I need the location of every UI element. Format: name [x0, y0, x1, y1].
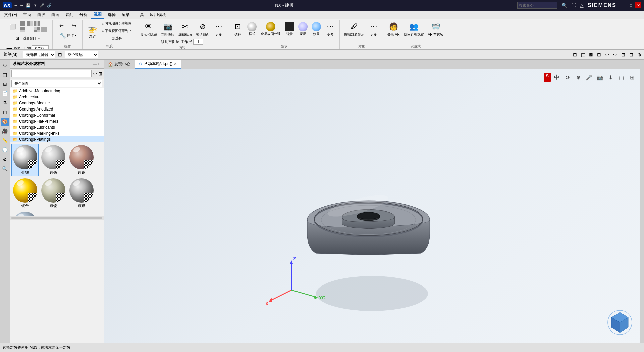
cmd-icon-4[interactable]: ⊞: [596, 51, 602, 58]
mat-thumb-dixin2[interactable]: 镀锌: [11, 210, 39, 216]
tree-item-coatings-lubricants[interactable]: 📁 Coatings-Lubricants: [10, 124, 104, 130]
menu-analysis[interactable]: 分析: [77, 11, 90, 18]
cmd-icon-3[interactable]: ⊠: [588, 51, 594, 58]
search-grid-btn[interactable]: ⊞: [98, 71, 102, 76]
layout-5-btn[interactable]: [26, 27, 33, 33]
menu-apps[interactable]: 应用模块: [147, 11, 169, 18]
mic-btn[interactable]: 🎤: [40, 3, 44, 8]
sidebar-icon-extra[interactable]: ⋯: [1, 174, 9, 182]
tree-item-coatings-anodized[interactable]: 📁 Coatings-Anodized: [10, 106, 104, 112]
more-content-btn[interactable]: ⋯ 更多: [212, 20, 226, 38]
cmd-icon-2[interactable]: ◫: [580, 51, 586, 58]
new-window-btn[interactable]: ⬜: [7, 21, 19, 32]
background-btn[interactable]: 背景: [283, 21, 296, 37]
sidebar-icon-layer[interactable]: ⊡: [1, 108, 9, 116]
cmd-icon-8[interactable]: ⊟: [628, 51, 635, 58]
layout-2-btn[interactable]: [26, 20, 33, 26]
extra-btn[interactable]: ▼: [33, 3, 37, 7]
tree-item-coatings-markinginks[interactable]: 📁 Coatings-Marking-Inks: [10, 130, 104, 136]
tree-item-architectural[interactable]: 📁 Architectural: [10, 94, 104, 100]
sidebar-icon-cam[interactable]: 🎥: [1, 127, 9, 135]
menu-cmd-btn[interactable]: 菜单(M): [1, 51, 19, 58]
layout-1-btn[interactable]: [19, 20, 26, 26]
sidebar-icon-history[interactable]: 🕐: [1, 146, 9, 154]
fly-btn[interactable]: 🚁 漫游: [85, 22, 99, 40]
mat-thumb-dixin[interactable]: 镀锡: [11, 144, 39, 176]
menu-tools[interactable]: 工具: [133, 11, 147, 18]
vr-options-btn[interactable]: 🥽 VR 首选项: [426, 20, 445, 38]
more-display-btn[interactable]: ⋯ 更多: [323, 20, 337, 38]
effects-btn[interactable]: 效果: [310, 21, 323, 37]
cmd-icon-5[interactable]: ↩: [604, 51, 610, 58]
filter-icon[interactable]: ⊡: [57, 51, 63, 58]
tree-item-coatings-flatprimer[interactable]: 📁 Coatings-Flat-Primers: [10, 118, 104, 124]
tree-item-coatings-alodine[interactable]: 📁 Coatings-Alodine: [10, 100, 104, 106]
layout-7-btn[interactable]: [41, 27, 47, 33]
select-display-btn[interactable]: ⊡ 选框: [231, 20, 245, 38]
undo-btn[interactable]: ↩: [14, 3, 17, 8]
menu-curve[interactable]: 曲线: [35, 11, 48, 18]
menu-file[interactable]: 文件(F): [1, 11, 20, 18]
snapshot-btn[interactable]: 📷 立即快照: [159, 20, 176, 38]
cube-navigator[interactable]: [606, 309, 633, 336]
layer-input[interactable]: [193, 39, 203, 45]
op-dropdown[interactable]: ▼: [74, 34, 77, 37]
restore-view-btn[interactable]: ↩ 平复视图还原到上: [100, 28, 133, 34]
search-clear-btn[interactable]: ↩: [93, 71, 97, 76]
sidebar-icon-model[interactable]: ◫: [1, 71, 9, 79]
tab-model-close[interactable]: ✕: [174, 62, 177, 67]
full-surface-btn[interactable]: 全局表面处理: [259, 21, 282, 37]
sidebar-icon-settings[interactable]: ⚙: [1, 155, 9, 163]
materials-search-input[interactable]: [11, 70, 92, 77]
fit-dropdown[interactable]: ▼: [38, 37, 40, 40]
move-btn[interactable]: ⟵ 移平: [3, 43, 22, 50]
panel-scrollbar[interactable]: [10, 216, 104, 220]
edit-obj-btn[interactable]: 🖊 编辑对象显示: [342, 20, 366, 38]
tree-item-coatings-platings[interactable]: 📂 Coatings-Platings: [10, 136, 104, 142]
layer-overlay-btn[interactable]: 蒙层: [297, 21, 309, 37]
menu-surface[interactable]: 曲面: [49, 11, 62, 18]
mat-thumb-dinie[interactable]: 镀镍: [40, 177, 67, 210]
cmd-icon-6[interactable]: ↪: [612, 51, 619, 58]
close-btn[interactable]: ✕: [635, 2, 641, 8]
scale-input[interactable]: [32, 45, 49, 50]
sidebar-icon-home[interactable]: ⊙: [1, 61, 9, 69]
style-btn[interactable]: 样式: [246, 21, 258, 37]
save-btn[interactable]: 💾: [26, 3, 31, 8]
layout-6-btn[interactable]: [34, 27, 40, 33]
display-hide-btn[interactable]: 👁 显示和隐藏: [139, 20, 159, 38]
category-select[interactable]: 整个装配: [11, 80, 102, 87]
layout-3-btn[interactable]: [34, 20, 40, 26]
mat-thumb-dijin[interactable]: 镀金: [11, 177, 39, 210]
op-main-btn[interactable]: 🔧 操作 ▼: [57, 30, 78, 40]
minimize-btn[interactable]: —: [621, 2, 627, 8]
sidebar-icon-assem[interactable]: ⊞: [1, 80, 9, 88]
cmd-icon-1[interactable]: ⊡: [572, 51, 578, 58]
search-icon[interactable]: 🔍: [561, 3, 567, 8]
sidebar-icon-material[interactable]: 🎨: [1, 118, 9, 126]
collab-vr-btn[interactable]: 👥 协同近视观察: [402, 20, 426, 38]
main-view-btn[interactable]: ⊙ 将视图设为主视图: [100, 20, 133, 27]
search-input[interactable]: [517, 2, 557, 9]
panel-maximize-btn[interactable]: □: [99, 62, 101, 67]
menu-render[interactable]: 渲染: [119, 11, 132, 18]
tree-item-additive[interactable]: 📁 Additive-Manufacturing: [10, 88, 104, 94]
help-icon[interactable]: △: [580, 3, 584, 8]
redo-btn[interactable]: ↪: [20, 3, 23, 8]
fit-window-btn[interactable]: ⊡ 适合窗口 ▼: [12, 33, 42, 43]
tab-model[interactable]: ⚙ 从动车轮组.prt() ✕: [135, 60, 181, 69]
sidebar-icon-search[interactable]: 🔍: [1, 165, 9, 173]
maximize-btn[interactable]: □: [628, 2, 634, 8]
cmd-icon-7[interactable]: ⊡: [620, 51, 627, 58]
mat-thumb-diyin[interactable]: 镀银: [68, 177, 95, 210]
redo-tb-btn[interactable]: ↪: [68, 20, 80, 30]
menu-view[interactable]: 视图: [91, 11, 104, 19]
clip-section-btn[interactable]: ⊘ 剪切截面: [194, 20, 211, 38]
login-vr-btn[interactable]: 🧑 登录 VR: [386, 20, 401, 38]
menu-home[interactable]: 主页: [20, 11, 34, 18]
sidebar-icon-draft[interactable]: 📄: [1, 89, 9, 97]
tab-discovery[interactable]: 🏠 发现中心: [104, 60, 135, 69]
viewport[interactable]: S 中 ⟳ ⊕ 🎤 📷 ⬇ ⬚ ⊞: [104, 69, 640, 343]
link-btn[interactable]: 🔗: [47, 3, 52, 8]
menu-select[interactable]: 选择: [105, 11, 118, 18]
